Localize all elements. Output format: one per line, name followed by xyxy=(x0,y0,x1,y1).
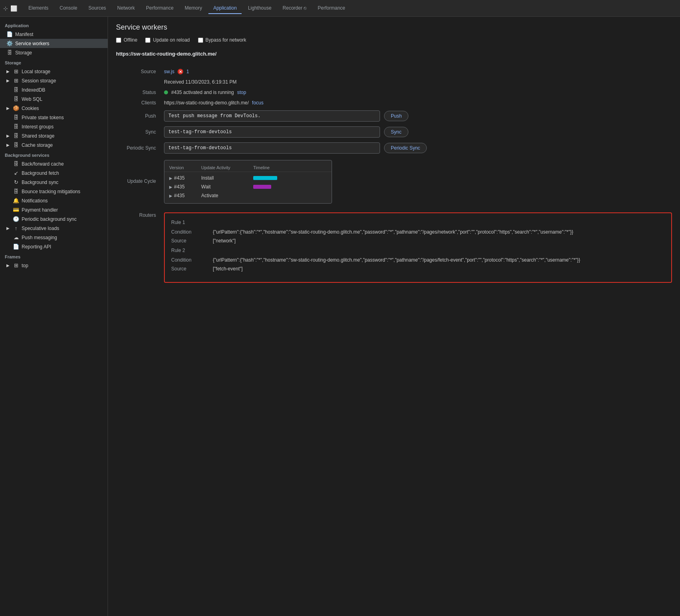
table-row[interactable]: ▶ #435 Install xyxy=(164,174,332,182)
version-arrow-icon: ▶ xyxy=(169,176,172,180)
bg-sync-icon: ↻ xyxy=(13,179,19,185)
table-row[interactable]: ▶ #435 Wait xyxy=(164,182,332,191)
tab-memory[interactable]: Memory xyxy=(180,3,207,14)
device-icon[interactable]: ⬜ xyxy=(10,5,17,12)
update-table-header: Version Update Activity Timeline xyxy=(164,164,332,172)
offline-checkbox-label[interactable]: Offline xyxy=(116,37,137,43)
rule-1-condition-value: {"urlPattern":{"hash":"*","hostname":"sw… xyxy=(213,228,665,236)
version-header: Version xyxy=(169,165,201,170)
bypass-for-network-checkbox[interactable] xyxy=(198,38,203,43)
update-on-reload-checkbox-label[interactable]: Update on reload xyxy=(145,37,190,43)
sidebar-storage-label: Storage xyxy=(15,50,32,56)
sidebar-item-web-sql[interactable]: ▶ 🗄 Web SQL xyxy=(0,94,108,104)
push-input[interactable] xyxy=(164,110,380,122)
bounce-tracking-icon: 🗄 xyxy=(13,188,19,194)
tab-sources[interactable]: Sources xyxy=(84,3,111,14)
sync-label: Sync xyxy=(116,127,164,137)
routers-section: Rule 1 Condition {"urlPattern":{"hash":"… xyxy=(164,212,672,283)
bg-fetch-icon: ↙ xyxy=(13,170,19,176)
expand-icon: ▶ xyxy=(6,226,10,230)
version-2: #435 xyxy=(174,184,185,190)
sidebar-item-background-fetch[interactable]: ▶ ↙ Background fetch xyxy=(0,168,108,178)
storage-section-title: Storage xyxy=(0,57,108,67)
sidebar-reporting-api-label: Reporting API xyxy=(22,244,51,250)
expand-icon: ▶ xyxy=(6,134,10,138)
tab-elements[interactable]: Elements xyxy=(24,3,53,14)
expand-icon: ▶ xyxy=(6,69,10,74)
sidebar-item-periodic-bg-sync[interactable]: ▶ 🕐 Periodic background sync xyxy=(0,214,108,224)
activity-cell-1: Install xyxy=(201,175,253,181)
sidebar-item-manifest[interactable]: 📄 Manifest xyxy=(0,30,108,39)
focus-link[interactable]: focus xyxy=(252,100,264,106)
tab-recorder[interactable]: Recorder ⎋ xyxy=(278,3,312,14)
sidebar-bg-fetch-label: Background fetch xyxy=(22,170,59,176)
sidebar-item-back-forward-cache[interactable]: ▶ 🗄 Back/forward cache xyxy=(0,159,108,168)
tab-lighthouse[interactable]: Lighthouse xyxy=(243,3,276,14)
sidebar-item-indexeddb[interactable]: ▶ 🗄 IndexedDB xyxy=(0,85,108,94)
sidebar-item-session-storage[interactable]: ▶ ⊞ Session storage xyxy=(0,76,108,85)
tab-application[interactable]: Application xyxy=(208,3,242,14)
update-on-reload-checkbox[interactable] xyxy=(145,38,150,43)
sidebar-item-top[interactable]: ▶ ⊞ top xyxy=(0,261,108,270)
update-cycle-label: Update Cycle xyxy=(116,176,164,186)
source-link[interactable]: sw.js xyxy=(164,69,174,74)
sidebar-cookies-label: Cookies xyxy=(22,106,39,111)
sidebar-item-speculative-loads[interactable]: ▶ ↑ Speculative loads xyxy=(0,224,108,233)
sidebar-item-interest-groups[interactable]: ▶ 🗄 Interest groups xyxy=(0,122,108,131)
push-button[interactable]: Push xyxy=(384,111,408,121)
expand-icon: ▶ xyxy=(6,143,10,147)
timeline-header: Timeline xyxy=(253,165,327,170)
sidebar-item-local-storage[interactable]: ▶ ⊞ Local storage xyxy=(0,67,108,76)
offline-checkbox[interactable] xyxy=(116,38,121,43)
tab-console[interactable]: Console xyxy=(55,3,82,14)
sidebar-item-cache-storage[interactable]: ▶ 🗄 Cache storage xyxy=(0,140,108,150)
pointer-icon[interactable]: ⊹ xyxy=(3,5,8,12)
sync-input[interactable] xyxy=(164,126,380,138)
sidebar-item-background-sync[interactable]: ▶ ↻ Background sync xyxy=(0,178,108,187)
table-row[interactable]: ▶ #435 Activate xyxy=(164,191,332,200)
sidebar-item-private-state-tokens[interactable]: ▶ 🗄 Private state tokens xyxy=(0,113,108,122)
periodic-sync-value: Periodic Sync xyxy=(164,140,672,156)
sidebar-item-bounce-tracking[interactable]: ▶ 🗄 Bounce tracking mitigations xyxy=(0,187,108,196)
received-label-spacer xyxy=(116,80,164,84)
frame-icon: ⊞ xyxy=(13,262,19,268)
sidebar-manifest-label: Manifest xyxy=(15,32,33,37)
error-icon: ✕ xyxy=(178,69,183,74)
sidebar-notifications-label: Notifications xyxy=(22,198,48,204)
sidebar-shared-storage-label: Shared storage xyxy=(22,133,54,139)
sidebar-item-reporting-api[interactable]: ▶ 📄 Reporting API xyxy=(0,242,108,251)
sidebar-bounce-label: Bounce tracking mitigations xyxy=(22,189,80,194)
web-sql-icon: 🗄 xyxy=(13,96,19,102)
sidebar-bg-sync-label: Background sync xyxy=(22,180,58,185)
rule-1-grid: Condition {"urlPattern":{"hash":"*","hos… xyxy=(171,228,665,244)
routers-label: Routers xyxy=(116,209,164,283)
sidebar-item-cookies[interactable]: ▶ 🍪 Cookies xyxy=(0,104,108,113)
source-error-count[interactable]: 1 xyxy=(186,69,189,74)
expand-icon: ▶ xyxy=(6,106,10,110)
bypass-for-network-checkbox-label[interactable]: Bypass for network xyxy=(198,37,246,43)
local-storage-icon: ⊞ xyxy=(13,68,19,74)
sidebar-item-storage[interactable]: 🗄 Storage xyxy=(0,48,108,57)
sidebar-item-payment-handler[interactable]: ▶ 💳 Payment handler xyxy=(0,205,108,214)
push-label: Push xyxy=(116,111,164,121)
sync-button[interactable]: Sync xyxy=(384,127,408,137)
tab-performance[interactable]: Performance xyxy=(141,3,178,14)
sidebar-item-push-messaging[interactable]: ▶ ☁ Push messaging xyxy=(0,233,108,242)
periodic-sync-button[interactable]: Periodic Sync xyxy=(384,143,427,153)
clients-url: https://sw-static-routing-demo.glitch.me… xyxy=(164,100,249,106)
sidebar-item-notifications[interactable]: ▶ 🔔 Notifications xyxy=(0,196,108,205)
notifications-icon: 🔔 xyxy=(13,198,19,204)
tab-network[interactable]: Network xyxy=(112,3,140,14)
rule-2-condition-value: {"urlPattern":{"hash":"*","hostname":"sw… xyxy=(213,256,665,264)
stop-link[interactable]: stop xyxy=(237,90,246,95)
clients-value: https://sw-static-routing-demo.glitch.me… xyxy=(164,98,672,108)
version-cell-2: ▶ #435 xyxy=(169,184,201,190)
periodic-sync-input[interactable] xyxy=(164,142,380,154)
status-value: #435 activated and is running stop xyxy=(164,87,672,98)
tab-performance2[interactable]: Performance xyxy=(313,3,350,14)
interest-groups-icon: 🗄 xyxy=(13,124,19,130)
sidebar-item-service-workers[interactable]: ⚙️ Service workers xyxy=(0,39,108,48)
sidebar-speculative-loads-label: Speculative loads xyxy=(22,226,59,231)
sidebar-item-shared-storage[interactable]: ▶ 🗄 Shared storage xyxy=(0,131,108,140)
service-workers-icon: ⚙️ xyxy=(6,40,13,46)
